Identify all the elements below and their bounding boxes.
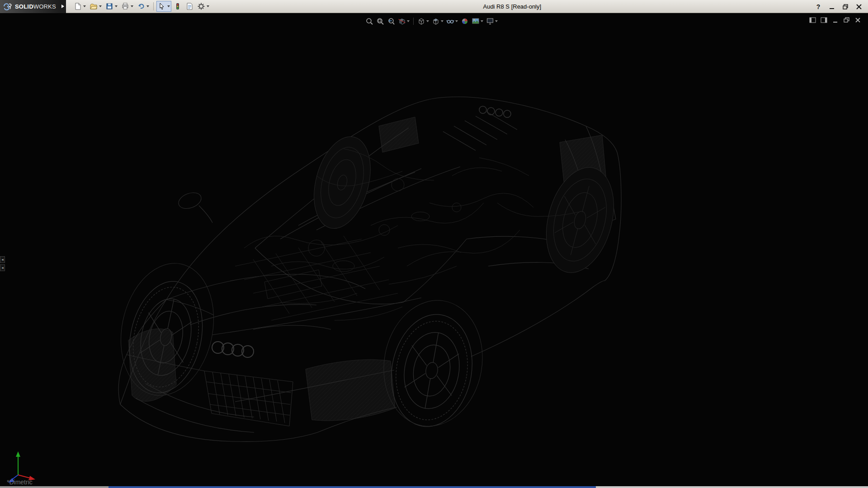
- flyout-arrow-icon[interactable]: [207, 5, 209, 7]
- previous-view-button[interactable]: [386, 15, 396, 27]
- edit-appearance-button[interactable]: [460, 15, 470, 27]
- cursor-arrow-icon: [158, 2, 166, 10]
- solidworks-wordmark: SOLIDWORKS: [15, 3, 56, 10]
- options-button[interactable]: [196, 1, 211, 12]
- play-arrow-icon: [61, 5, 64, 8]
- minimize-window-button[interactable]: [827, 2, 836, 11]
- flyout-arrow-icon[interactable]: [146, 5, 149, 7]
- view-orientation-button[interactable]: [416, 15, 430, 27]
- close-document-button[interactable]: [854, 16, 862, 24]
- flyout-arrow-icon[interactable]: [131, 5, 133, 7]
- expand-panel-button-bottom[interactable]: ◄: [0, 264, 5, 271]
- feature-panel-splitter: ◄ ◄: [0, 256, 5, 271]
- hide-show-items-button[interactable]: [445, 15, 459, 27]
- heads-up-toolbar: [364, 15, 499, 27]
- traffic-light-icon: [174, 2, 182, 10]
- flyout-arrow-icon[interactable]: [407, 20, 410, 22]
- undo-button[interactable]: [136, 1, 151, 12]
- apply-scene-button[interactable]: [471, 15, 484, 27]
- flyout-arrow-icon[interactable]: [83, 5, 86, 7]
- graphics-viewport[interactable]: ◄ ◄ *Dimetric: [0, 13, 868, 486]
- undo-arrow-icon: [137, 2, 145, 10]
- dassault-swirl-icon: [3, 2, 13, 11]
- save-floppy-icon: [105, 2, 113, 10]
- save-button[interactable]: [104, 1, 119, 12]
- restore-document-button[interactable]: [842, 16, 850, 24]
- flyout-arrow-icon[interactable]: [167, 5, 170, 7]
- taskbar-segment-left[interactable]: [0, 486, 108, 488]
- minimize-document-button[interactable]: [831, 16, 839, 24]
- flyout-arrow-icon[interactable]: [455, 20, 458, 22]
- window-controls: ?: [814, 0, 863, 13]
- new-document-icon: [74, 2, 82, 10]
- file-properties-icon: [185, 2, 193, 10]
- new-document-button[interactable]: [72, 1, 87, 12]
- open-document-button[interactable]: [88, 1, 103, 12]
- y-axis: [16, 451, 20, 475]
- print-button[interactable]: [120, 1, 135, 12]
- feature-pane-toggle-button[interactable]: [808, 16, 816, 24]
- restore-window-button[interactable]: [841, 2, 850, 11]
- document-title: Audi R8 S [Read-only]: [483, 3, 541, 10]
- flyout-arrow-icon[interactable]: [495, 20, 498, 22]
- close-window-button[interactable]: [854, 2, 863, 11]
- flyout-arrow-icon[interactable]: [99, 5, 102, 7]
- menu-flyout-button[interactable]: [60, 0, 66, 13]
- view-settings-button[interactable]: [485, 15, 499, 27]
- section-view-button[interactable]: [397, 15, 410, 27]
- rebuild-button[interactable]: [172, 1, 183, 12]
- select-tool-button[interactable]: [156, 1, 171, 12]
- display-pane-toggle-button[interactable]: [820, 16, 828, 24]
- view-orientation-label: *Dimetric: [7, 479, 33, 486]
- title-bar: SOLIDWORKS: [0, 0, 868, 13]
- toolbar-separator: [153, 2, 154, 10]
- taskbar-segment-right[interactable]: [596, 486, 868, 488]
- expand-panel-button-top[interactable]: ◄: [0, 256, 5, 263]
- gear-icon: [197, 2, 205, 10]
- main-toolbar: [72, 1, 211, 12]
- printer-icon: [121, 2, 129, 10]
- flyout-arrow-icon[interactable]: [426, 20, 429, 22]
- car-wireframe-model: [0, 13, 868, 486]
- solidworks-logo: SOLIDWORKS: [0, 0, 60, 13]
- zoom-to-fit-button[interactable]: [364, 15, 374, 27]
- taskbar-segment-window[interactable]: [108, 486, 596, 488]
- flyout-arrow-icon[interactable]: [115, 5, 118, 7]
- zoom-to-area-button[interactable]: [375, 15, 385, 27]
- toolbar-separator: [413, 18, 414, 25]
- taskbar-sliver: [0, 486, 868, 488]
- file-properties-button[interactable]: [184, 1, 195, 12]
- open-folder-icon: [90, 2, 98, 10]
- help-button[interactable]: ?: [814, 2, 823, 11]
- flyout-arrow-icon[interactable]: [481, 20, 483, 22]
- flyout-arrow-icon[interactable]: [441, 20, 443, 22]
- display-style-button[interactable]: [431, 15, 444, 27]
- document-window-controls: [808, 16, 862, 24]
